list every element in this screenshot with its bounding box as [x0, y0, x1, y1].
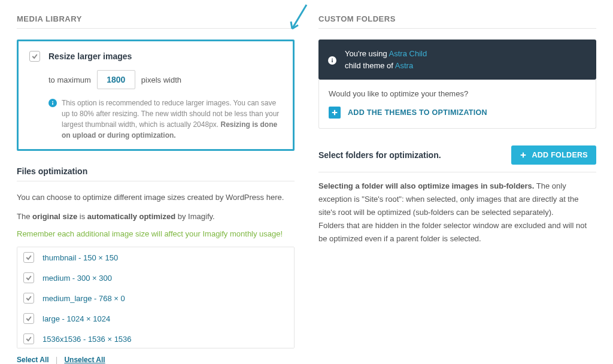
size-checkbox[interactable] — [23, 333, 34, 344]
resize-larger-images-box: Resize larger images to maximum pixels w… — [17, 40, 295, 151]
resize-checkbox[interactable] — [29, 51, 40, 62]
files-optimization-heading: Files optimization — [17, 166, 295, 181]
size-checkbox[interactable] — [23, 293, 34, 304]
custom-folders-heading: CUSTOM FOLDERS — [318, 14, 596, 29]
folders-title: Select folders for optimization. — [318, 150, 441, 160]
svg-rect-1 — [52, 102, 53, 105]
image-sizes-list[interactable]: thumbnail - 150 × 150 medium - 300 × 300… — [17, 247, 295, 348]
theme-banner: You're using Astra Child child theme of … — [318, 40, 596, 80]
size-label: medium - 300 × 300 — [43, 274, 112, 283]
resize-width-input[interactable] — [97, 70, 135, 89]
media-library-panel: MEDIA LIBRARY Resize larger images to ma… — [17, 14, 295, 364]
size-label: medium_large - 768 × 0 — [43, 294, 125, 303]
size-checkbox[interactable] — [23, 252, 34, 263]
folders-description: Selecting a folder will also optimize im… — [318, 180, 596, 245]
info-icon — [48, 99, 57, 107]
usage-warning: Remember each additional image size will… — [17, 229, 295, 238]
files-desc-1: You can choose to optimize different ima… — [17, 191, 295, 204]
resize-title: Resize larger images — [48, 51, 132, 61]
size-checkbox[interactable] — [23, 272, 34, 283]
size-label: thumbnail - 150 × 150 — [43, 253, 118, 262]
size-label: 1536x1536 - 1536 × 1536 — [43, 335, 132, 344]
parent-theme-link[interactable]: Astra Child — [389, 49, 427, 58]
add-themes-button[interactable]: ADD THE THEMES TO OPTIMIZATION — [329, 107, 487, 119]
theme-optimize-box: Would you like to optimize your themes? … — [318, 80, 596, 129]
resize-suffix-label: pixels width — [141, 75, 181, 84]
size-checkbox[interactable] — [23, 313, 34, 324]
add-folders-label: ADD FOLDERS — [532, 151, 588, 159]
svg-rect-3 — [332, 60, 333, 62]
svg-point-0 — [52, 101, 53, 102]
child-theme-link[interactable]: Astra — [395, 61, 413, 70]
select-links-row: Select All | Unselect All — [17, 356, 295, 364]
list-item: thumbnail - 150 × 150 — [17, 247, 294, 268]
list-item: large - 1024 × 1024 — [17, 308, 294, 329]
files-desc-2: The original size is automatically optim… — [17, 210, 295, 223]
list-item: medium_large - 768 × 0 — [17, 288, 294, 308]
media-library-heading: MEDIA LIBRARY — [17, 14, 295, 29]
theme-question: Would you like to optimize your themes? — [329, 89, 586, 98]
select-all-link[interactable]: Select All — [17, 356, 49, 364]
svg-point-2 — [332, 58, 333, 59]
resize-info-text: This option is recommended to reduce lar… — [62, 98, 282, 141]
plus-icon — [329, 107, 341, 119]
list-item: 1536x1536 - 1536 × 1536 — [17, 329, 294, 348]
custom-folders-panel: CUSTOM FOLDERS You're using Astra Child … — [318, 14, 596, 364]
folders-header-row: Select folders for optimization. ADD FOL… — [318, 145, 596, 172]
separator: | — [56, 356, 57, 364]
unselect-all-link[interactable]: Unselect All — [64, 356, 105, 364]
list-item: medium - 300 × 300 — [17, 268, 294, 288]
theme-banner-text: You're using Astra Child child theme of … — [345, 48, 427, 71]
resize-prefix-label: to maximum — [48, 75, 91, 84]
info-icon — [328, 56, 336, 65]
add-folders-button[interactable]: ADD FOLDERS — [511, 145, 596, 165]
size-label: large - 1024 × 1024 — [43, 314, 110, 323]
add-themes-label: ADD THE THEMES TO OPTIMIZATION — [348, 108, 487, 117]
